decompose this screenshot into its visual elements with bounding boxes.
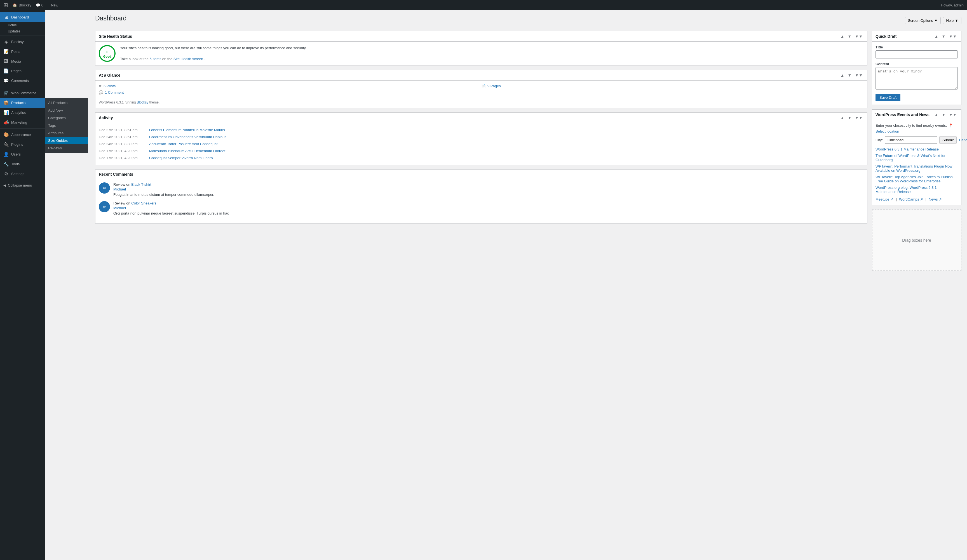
site-health-screen-link[interactable]: Site Health screen (173, 57, 203, 61)
submenu-add-new[interactable]: Add New (45, 107, 88, 114)
sidebar-item-plugins[interactable]: 🔌 Plugins (0, 140, 45, 149)
city-input[interactable] (885, 136, 937, 144)
glance-footer: WordPress 6.3.1 running Blocksy theme. (99, 98, 864, 104)
activity-close-btn[interactable]: ▼▼ (854, 115, 864, 120)
site-health-expand-btn[interactable]: ▼ (847, 34, 853, 39)
sidebar-updates[interactable]: Updates (0, 28, 45, 35)
sidebar-item-woocommerce[interactable]: 🛒 WooCommerce (0, 88, 45, 98)
comment-post-link[interactable]: Color Sneakers (131, 201, 157, 205)
right-column: Quick Draft ▲ ▼ ▼▼ Title Con (872, 31, 961, 271)
title-label: Title (876, 45, 958, 49)
event-footer-link[interactable]: Meetups ↗ (876, 197, 893, 201)
recent-comments-widget: Recent Comments ✏ Review on Black T-shir… (95, 170, 867, 224)
news-link[interactable]: WordPress 6.3.1 Maintenance Release (876, 147, 958, 152)
comments-count-link[interactable]: 1 Comment (105, 91, 124, 94)
event-links: Meetups ↗|WordCamps ↗|News ↗ (876, 197, 958, 201)
health-circle-icon: ○ (106, 49, 109, 55)
activity-link[interactable]: Malesuada Bibendum Arcu Elementum Laoree… (149, 147, 864, 155)
comments-glance-icon: 💬 (99, 91, 103, 94)
sidebar-item-marketing[interactable]: 📣 Marketing (0, 117, 45, 127)
sidebar-item-pages[interactable]: 📄 Pages (0, 66, 45, 76)
news-link[interactable]: The Future of WordPress & What's Next fo… (876, 153, 958, 162)
activity-body: Dec 27th 2021, 8:51 amLobortis Elementum… (96, 123, 867, 165)
activity-link[interactable]: Accumsan Tortor Posuere Acut Consequat (149, 140, 864, 147)
sidebar-item-comments[interactable]: 💬 Comments (0, 76, 45, 86)
sidebar-item-media[interactable]: 🖼 Media (0, 56, 45, 66)
cancel-button[interactable]: Cancel (959, 138, 967, 142)
sidebar-item-blocksy[interactable]: ◈ Blocksy (0, 37, 45, 47)
glance-expand-btn[interactable]: ▼ (847, 72, 853, 78)
site-health-close-btn[interactable]: ▼▼ (854, 34, 864, 39)
glance-posts: ✏ 6 Posts (99, 84, 481, 88)
activity-expand-btn[interactable]: ▼ (847, 115, 853, 120)
site-name[interactable]: 🏠 Blocksy (13, 3, 31, 7)
comment-body: Review on Color Sneakers Michael Orci po… (113, 201, 229, 216)
wp-logo-icon[interactable]: ⊞ (3, 2, 8, 8)
at-a-glance-body: ✏ 6 Posts 📄 9 Pages 💬 1 Comment (96, 81, 867, 108)
glance-collapse-btn[interactable]: ▲ (840, 72, 846, 78)
comment-icon: 💬 (36, 3, 40, 7)
left-column: Site Health Status ▲ ▼ ▼▼ ○ Good (95, 31, 867, 271)
posts-count-link[interactable]: 6 Posts (104, 84, 116, 88)
activity-link[interactable]: Consequat Semper Viverra Nam Libero (149, 155, 864, 161)
pages-glance-icon: 📄 (481, 84, 486, 88)
event-footer-link[interactable]: News ↗ (929, 197, 942, 201)
sidebar-item-dashboard[interactable]: ⊞ Dashboard (0, 12, 45, 22)
sidebar-item-analytics[interactable]: 📊 Analytics (0, 108, 45, 117)
collapse-menu-button[interactable]: ◀ Collapse menu (0, 181, 45, 189)
activity-controls: ▲ ▼ ▼▼ (840, 115, 864, 120)
new-item-button[interactable]: + New (48, 3, 58, 7)
comments-count[interactable]: 💬 0 (36, 3, 43, 7)
health-circle: ○ Good (99, 45, 116, 62)
qd-collapse-btn[interactable]: ▲ (933, 34, 940, 39)
sidebar-home[interactable]: Home (0, 22, 45, 28)
submenu-reviews[interactable]: Reviews (45, 144, 88, 152)
sidebar-item-settings[interactable]: ⚙ Settings (0, 169, 45, 179)
recent-comments-body: ✏ Review on Black T-shirt Michael Feugia… (96, 179, 867, 223)
submenu-categories[interactable]: Categories (45, 114, 88, 122)
submenu-attributes[interactable]: Attributes (45, 129, 88, 137)
qd-expand-btn[interactable]: ▼ (941, 34, 947, 39)
widgets-row: Site Health Status ▲ ▼ ▼▼ ○ Good (95, 31, 961, 271)
select-location-link[interactable]: Select location (876, 129, 899, 133)
site-health-body: ○ Good Your site's health is looking goo… (96, 42, 867, 65)
news-link[interactable]: WordPress.org blog: WordPress 6.3.1 Main… (876, 186, 958, 194)
sidebar-item-posts[interactable]: 📝 Posts (0, 47, 45, 56)
events-collapse-btn[interactable]: ▲ (933, 112, 940, 117)
glance-close-btn[interactable]: ▼▼ (854, 72, 864, 78)
site-health-items-link[interactable]: 5 items (150, 57, 162, 61)
events-close-btn[interactable]: ▼▼ (948, 112, 958, 117)
screen-options-button[interactable]: Screen Options ▼ (905, 17, 941, 24)
event-footer-link[interactable]: WordCamps ↗ (899, 197, 923, 201)
title-input[interactable] (876, 50, 958, 58)
sidebar-item-users[interactable]: 👤 Users (0, 149, 45, 159)
qd-close-btn[interactable]: ▼▼ (948, 34, 958, 39)
activity-link[interactable]: Lobortis Elementum Nibhtellus Molestie M… (149, 127, 864, 133)
activity-link[interactable]: Condimentum Odvenenatis Vestibulum Dapib… (149, 133, 864, 140)
sidebar-item-products[interactable]: 📦 Products (0, 98, 45, 108)
help-button[interactable]: Help ▼ (943, 17, 961, 24)
pages-count-link[interactable]: 9 Pages (487, 84, 501, 88)
events-expand-btn[interactable]: ▼ (941, 112, 947, 117)
sidebar-item-tools[interactable]: 🔧 Tools (0, 159, 45, 169)
comment-post-link[interactable]: Black T-shirt (131, 182, 151, 186)
activity-table: Dec 27th 2021, 8:51 amLobortis Elementum… (99, 127, 864, 161)
sidebar-item-appearance[interactable]: 🎨 Appearance (0, 130, 45, 140)
submenu-all-products[interactable]: All Products (45, 99, 88, 107)
submit-button[interactable]: Submit (939, 136, 957, 144)
link-separator: | (926, 197, 926, 201)
drag-area: Drag boxes here (872, 209, 961, 271)
main-content: Dashboard Screen Options ▼ Help ▼ Site H… (45, 10, 967, 560)
submenu-size-guides[interactable]: Size Guides (45, 137, 88, 144)
news-link[interactable]: WPTavern: Performant Translations Plugin… (876, 164, 958, 173)
submenu-tags[interactable]: Tags (45, 122, 88, 129)
site-health-collapse-btn[interactable]: ▲ (840, 34, 846, 39)
save-draft-button[interactable]: Save Draft (876, 94, 900, 101)
recent-comments-header: Recent Comments (96, 170, 867, 179)
activity-collapse-btn[interactable]: ▲ (840, 115, 846, 120)
site-health-title: Site Health Status (99, 34, 132, 39)
content-textarea[interactable] (876, 67, 958, 89)
news-link[interactable]: WPTavern: Top Agencies Join Forces to Pu… (876, 175, 958, 183)
at-a-glance-header: At a Glance ▲ ▼ ▼▼ (96, 70, 867, 81)
theme-link[interactable]: Blocksy (137, 100, 148, 104)
